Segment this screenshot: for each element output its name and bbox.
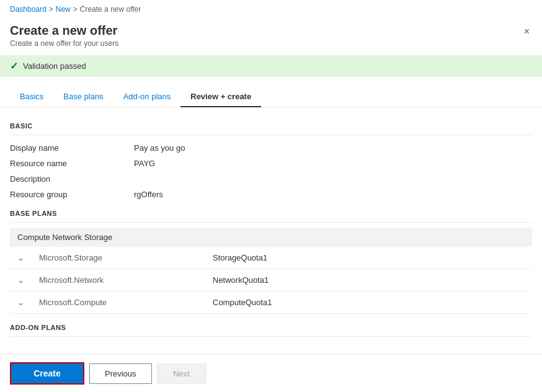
quota-compute: ComputeQuota1 — [205, 292, 532, 314]
field-resource-name: Resource name PAYG — [10, 156, 532, 171]
quota-table: ⌄ Microsoft.Storage StorageQuota1 ⌄ Micr… — [10, 247, 532, 314]
service-network: Microsoft.Network — [32, 269, 205, 292]
field-value-resource-name: PAYG — [134, 159, 155, 168]
field-resource-group: Resource group rgOffers — [10, 187, 532, 202]
field-value-display-name: Pay as you go — [134, 143, 185, 153]
field-description: Description — [10, 171, 532, 187]
tab-base-plans[interactable]: Base plans — [53, 87, 113, 107]
previous-button[interactable]: Previous — [89, 363, 152, 384]
field-value-resource-group: rgOffers — [134, 190, 163, 199]
breadcrumb-sep-1: > — [49, 5, 53, 14]
field-label-resource-name: Resource name — [10, 159, 134, 168]
tab-review-create[interactable]: Review + create — [180, 87, 261, 107]
quota-storage: StorageQuota1 — [205, 247, 532, 269]
next-button: Next — [157, 363, 207, 384]
breadcrumb-dashboard[interactable]: Dashboard — [10, 5, 47, 14]
main-content: BASIC Display name Pay as you go Resourc… — [0, 107, 542, 354]
breadcrumb-sep-2: > — [73, 5, 78, 14]
base-plans-section: BASE PLANS Compute Network Storage ⌄ Mic… — [10, 210, 532, 314]
page-header: Create a new offer Create a new offer fo… — [0, 19, 542, 50]
page-title: Create a new offer — [10, 24, 118, 38]
create-button[interactable]: Create — [10, 362, 84, 385]
validation-check-icon: ✓ — [10, 60, 18, 72]
tab-bar: Basics Base plans Add-on plans Review + … — [0, 77, 542, 107]
header-left: Create a new offer Create a new offer fo… — [10, 24, 118, 48]
addon-plans-header: ADD-ON PLANS — [10, 324, 532, 331]
chevron-network: ⌄ — [10, 269, 32, 292]
field-display-name: Display name Pay as you go — [10, 140, 532, 156]
validation-text: Validation passed — [23, 61, 86, 71]
addon-divider — [10, 336, 532, 337]
quota-row-compute: ⌄ Microsoft.Compute ComputeQuota1 — [10, 292, 532, 314]
chevron-compute: ⌄ — [10, 292, 32, 314]
base-plans-divider — [10, 222, 532, 223]
field-label-display-name: Display name — [10, 143, 134, 153]
service-storage: Microsoft.Storage — [32, 247, 205, 269]
validation-banner: ✓ Validation passed — [0, 55, 542, 77]
plan-name-header: Compute Network Storage — [10, 228, 532, 247]
page-subtitle: Create a new offer for your users — [10, 39, 118, 48]
field-label-resource-group: Resource group — [10, 190, 134, 199]
close-button[interactable]: × — [522, 24, 532, 40]
tab-addon-plans[interactable]: Add-on plans — [113, 87, 181, 107]
quota-row-network: ⌄ Microsoft.Network NetworkQuota1 — [10, 269, 532, 292]
page-container: Dashboard > New > Create a new offer Cre… — [0, 0, 542, 392]
service-compute: Microsoft.Compute — [32, 292, 205, 314]
breadcrumb-current: Create a new offer — [80, 5, 141, 14]
quota-row-storage: ⌄ Microsoft.Storage StorageQuota1 — [10, 247, 532, 269]
breadcrumb: Dashboard > New > Create a new offer — [0, 0, 542, 19]
footer: Create Previous Next — [0, 354, 542, 392]
field-label-description: Description — [10, 174, 134, 184]
basic-divider — [10, 135, 532, 135]
base-plans-header: BASE PLANS — [10, 210, 532, 217]
tab-basics[interactable]: Basics — [10, 87, 53, 107]
chevron-storage: ⌄ — [10, 247, 32, 269]
quota-network: NetworkQuota1 — [205, 269, 532, 292]
addon-plans-section: ADD-ON PLANS — [10, 324, 532, 337]
basic-section-header: BASIC — [10, 122, 532, 130]
breadcrumb-new[interactable]: New — [56, 5, 71, 14]
